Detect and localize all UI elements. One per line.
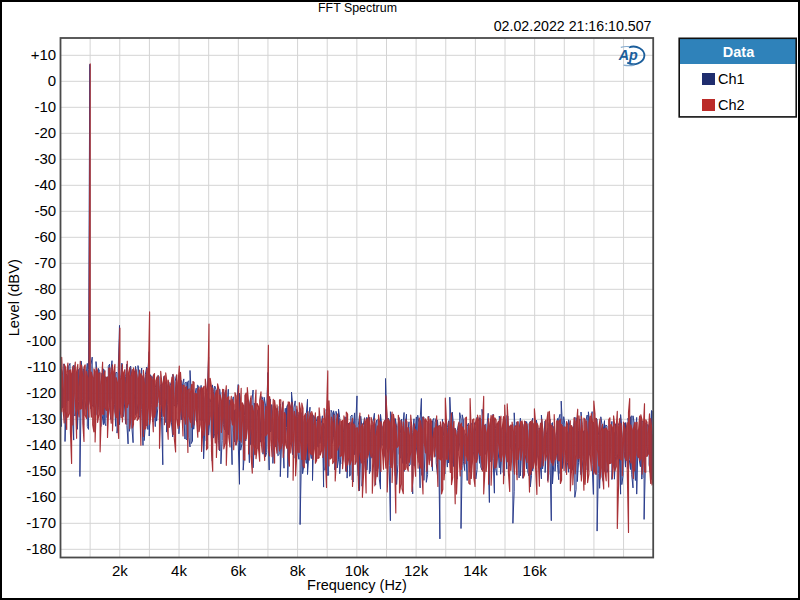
svg-text:8k: 8k xyxy=(290,562,306,579)
svg-text:Ch1: Ch1 xyxy=(718,71,745,87)
svg-text:Data: Data xyxy=(723,44,755,60)
svg-text:-20: -20 xyxy=(35,124,57,141)
svg-text:10k: 10k xyxy=(345,562,370,579)
svg-text:-140: -140 xyxy=(26,436,56,453)
svg-text:-110: -110 xyxy=(27,358,56,375)
svg-text:14k: 14k xyxy=(463,562,488,579)
svg-text:Ap: Ap xyxy=(618,47,638,63)
svg-text:-60: -60 xyxy=(35,228,57,245)
svg-text:-130: -130 xyxy=(26,410,56,427)
svg-text:Frequency (Hz): Frequency (Hz) xyxy=(307,577,407,593)
svg-text:Ch2: Ch2 xyxy=(718,97,745,113)
svg-text:6k: 6k xyxy=(230,562,246,579)
svg-text:12k: 12k xyxy=(404,562,429,579)
svg-text:-40: -40 xyxy=(35,176,57,193)
svg-text:-160: -160 xyxy=(26,488,56,505)
svg-text:-90: -90 xyxy=(35,306,57,323)
svg-text:+10: +10 xyxy=(31,46,56,63)
svg-text:0: 0 xyxy=(48,72,56,89)
svg-text:-180: -180 xyxy=(26,540,56,557)
svg-text:16k: 16k xyxy=(523,562,548,579)
svg-text:02.02.2022 21:16:10.507: 02.02.2022 21:16:10.507 xyxy=(494,18,652,34)
svg-text:-100: -100 xyxy=(26,332,56,349)
svg-text:-170: -170 xyxy=(26,514,56,531)
svg-text:2k: 2k xyxy=(112,562,128,579)
svg-text:FFT Spectrum: FFT Spectrum xyxy=(318,1,397,15)
svg-text:4k: 4k xyxy=(171,562,187,579)
svg-text:-50: -50 xyxy=(35,202,57,219)
svg-text:-30: -30 xyxy=(35,150,57,167)
svg-text:-150: -150 xyxy=(26,462,56,479)
svg-text:-70: -70 xyxy=(35,254,57,271)
svg-text:-80: -80 xyxy=(35,280,57,297)
svg-text:-120: -120 xyxy=(26,384,56,401)
svg-text:-10: -10 xyxy=(35,98,57,115)
svg-text:Level (dBV): Level (dBV) xyxy=(6,259,22,336)
